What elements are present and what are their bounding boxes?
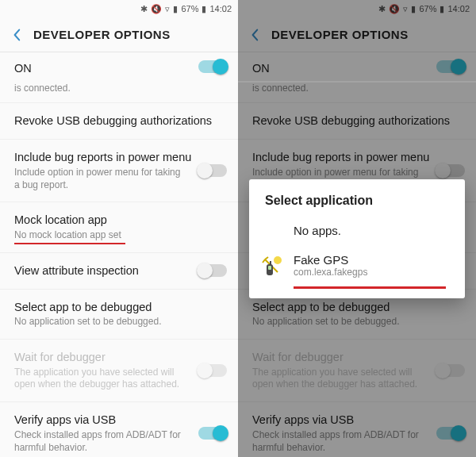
battery-text: 67% xyxy=(181,4,198,13)
no-apps-text: No apps. xyxy=(294,224,341,237)
revoke-title: Revoke USB debugging authorizations xyxy=(14,113,224,129)
dialog-item-fake-gps[interactable]: Fake GPS com.lexa.fakegps xyxy=(249,245,465,287)
row-on-title: ON xyxy=(14,61,224,76)
phone-right: ✱ 🔇 ▿ ▮ 67% ▮ 14:02 DEVELOPER OPTIONS ON… xyxy=(238,0,476,457)
toggle-bug-reports[interactable] xyxy=(198,164,227,177)
mock-sub: No mock location app set xyxy=(14,229,181,242)
toggle-verify-usb[interactable] xyxy=(198,427,227,440)
toggle-wait-debugger xyxy=(198,364,227,377)
time-text: 14:02 xyxy=(209,4,232,13)
settings-list: ON is connected. Revoke USB debugging au… xyxy=(0,52,238,457)
dialog-title: Select application xyxy=(249,194,465,216)
page-title: DEVELOPER OPTIONS xyxy=(33,28,171,41)
fake-gps-app-icon xyxy=(260,255,284,278)
row-verify-usb[interactable]: Verify apps via USB Check installed apps… xyxy=(0,402,238,457)
annotation-underline-icon xyxy=(294,286,446,289)
toggle-developer-options[interactable] xyxy=(198,60,227,73)
back-arrow-icon[interactable] xyxy=(10,28,24,42)
svg-rect-2 xyxy=(268,266,271,270)
bluetooth-icon: ✱ xyxy=(140,5,148,13)
status-bar: ✱ 🔇 ▿ ▮ 67% ▮ 14:02 xyxy=(0,0,238,17)
annotation-underline-icon xyxy=(14,243,125,244)
select-application-dialog: Select application No apps. Fake GPS com… xyxy=(249,179,465,298)
row-mock-location[interactable]: Mock location app No mock location app s… xyxy=(0,202,238,252)
signal-icon: ▮ xyxy=(173,5,178,13)
fakegps-name: Fake GPS xyxy=(294,253,449,267)
bugreports-title: Include bug reports in power menu xyxy=(14,150,224,165)
phone-left: ✱ 🔇 ▿ ▮ 67% ▮ 14:02 DEVELOPER OPTIONS ON… xyxy=(0,0,238,457)
verifyusb-sub: Check installed apps from ADB/ADT for ha… xyxy=(14,429,181,454)
svg-rect-3 xyxy=(270,261,271,265)
row-wait-debugger: Wait for debugger The application you ha… xyxy=(0,340,238,402)
header: DEVELOPER OPTIONS xyxy=(0,17,238,52)
row-select-debug[interactable]: Select app to be debugged No application… xyxy=(0,290,238,340)
mute-icon: 🔇 xyxy=(151,5,162,13)
dialog-item-no-apps[interactable]: No apps. xyxy=(249,216,465,245)
battery-icon: ▮ xyxy=(202,5,206,13)
row-view-attr[interactable]: View attribute inspection xyxy=(0,253,238,290)
bugreports-sub: Include option in power menu for taking … xyxy=(14,167,181,191)
waitdbg-title: Wait for debugger xyxy=(14,350,224,365)
row-revoke-usb[interactable]: Revoke USB debugging authorizations xyxy=(0,103,238,140)
svg-point-0 xyxy=(274,256,282,264)
waitdbg-sub: The application you have selected will o… xyxy=(14,367,181,391)
wifi-icon: ▿ xyxy=(165,5,170,13)
mock-title: Mock location app xyxy=(14,213,224,228)
fakegps-pkg: com.lexa.fakegps xyxy=(294,267,449,278)
toggle-view-attr[interactable] xyxy=(198,264,227,277)
selectdebug-sub: No application set to be debugged. xyxy=(14,316,181,328)
row-on[interactable]: ON xyxy=(0,52,238,81)
connected-sub: is connected. xyxy=(14,83,181,95)
row-bug-reports[interactable]: Include bug reports in power menu Includ… xyxy=(0,140,238,202)
selectdebug-title: Select app to be debugged xyxy=(14,300,224,315)
verifyusb-title: Verify apps via USB xyxy=(14,413,224,428)
viewattr-title: View attribute inspection xyxy=(14,263,224,278)
row-connected-sub: is connected. xyxy=(0,83,238,104)
